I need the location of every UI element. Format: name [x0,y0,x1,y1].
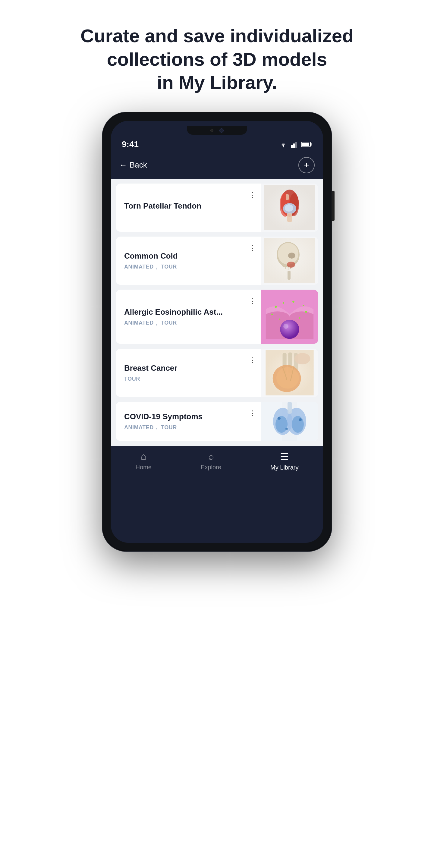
svg-point-50 [278,417,281,420]
card-info: Breast Cancer TOUR [116,349,249,397]
tab-my-library[interactable]: ☰ My Library [270,451,299,471]
svg-point-34 [279,318,280,320]
front-camera-main [219,128,224,133]
svg-point-52 [285,428,288,430]
card-common-cold[interactable]: Common Cold ANIMATED TOUR ⋮ [116,237,318,285]
svg-point-30 [292,301,294,303]
svg-rect-1 [291,145,293,148]
card-menu-button[interactable]: ⋮ [249,184,261,232]
svg-point-24 [287,261,296,268]
svg-point-0 [283,146,284,147]
tag-tour: TOUR [156,264,177,270]
svg-point-51 [299,418,302,421]
svg-point-32 [271,313,273,315]
headline-line1: Curate and save individualized [81,25,353,46]
svg-rect-23 [287,271,290,280]
svg-rect-13 [287,213,292,222]
status-icons [278,141,312,148]
tag-tour: TOUR [156,424,177,431]
card-menu-button[interactable]: ⋮ [249,290,261,344]
tag-tour: TOUR [156,320,177,326]
tab-explore[interactable]: ⌕ Explore [201,451,221,471]
card-title: Allergic Eosinophilic Ast... [124,307,243,317]
svg-rect-19 [284,267,285,270]
card-covid-19[interactable]: COVID-19 Symptoms ANIMATED TOUR ⋮ [116,402,318,441]
plus-icon: + [304,160,309,170]
headline-line3: in My Library. [157,72,277,93]
svg-point-12 [285,204,293,212]
phone-device: 9:41 [102,113,332,551]
svg-rect-3 [296,142,297,148]
tab-home[interactable]: ⌂ Home [135,451,152,471]
card-image-knee [261,184,318,232]
card-info: Common Cold ANIMATED TOUR [116,237,249,285]
svg-rect-20 [286,267,288,270]
card-menu-button[interactable]: ⋮ [249,402,261,441]
card-title: COVID-19 Symptoms [124,412,243,421]
svg-point-18 [288,253,296,258]
front-camera-dot [210,129,213,132]
home-icon: ⌂ [141,451,147,462]
svg-point-31 [303,305,304,306]
svg-point-26 [280,320,299,339]
list-icon: ☰ [280,451,289,462]
search-icon: ⌕ [208,451,214,462]
svg-point-27 [283,324,288,329]
card-info: Torn Patellar Tendon [116,184,249,232]
svg-point-29 [283,302,284,304]
card-image-lungs-pink [261,290,318,344]
svg-point-17 [278,243,299,265]
svg-point-33 [305,311,307,313]
card-image-lungs-blue [261,402,318,441]
svg-rect-2 [293,144,295,148]
card-title: Common Cold [124,251,243,261]
status-bar: 9:41 [111,137,323,152]
nav-bar: ← Back + [111,152,323,179]
card-info: Allergic Eosinophilic Ast... ANIMATED TO… [116,290,249,344]
breast-3d-model [264,350,315,396]
card-tags: ANIMATED TOUR [124,264,243,270]
tab-bar: ⌂ Home ⌕ Explore ☰ My Library [111,446,323,479]
svg-point-35 [299,317,301,318]
knee-3d-model [264,185,315,230]
headline: Curate and save individualized collectio… [20,0,414,113]
tag-animated: ANIMATED [124,424,154,431]
card-title: Torn Patellar Tendon [124,201,243,211]
tab-explore-label: Explore [201,464,221,471]
svg-point-28 [275,306,277,308]
status-time: 9:41 [122,140,138,149]
svg-rect-21 [288,267,290,270]
card-menu-button[interactable]: ⋮ [249,349,261,397]
notch [187,126,247,135]
content-area: Torn Patellar Tendon ⋮ [111,179,323,446]
svg-rect-6 [311,143,312,146]
card-info: COVID-19 Symptoms ANIMATED TOUR [116,402,249,441]
add-button[interactable]: + [299,157,315,173]
tab-my-library-label: My Library [270,464,299,471]
tag-tour: TOUR [124,376,140,382]
card-tags: ANIMATED TOUR [124,320,243,326]
card-allergic-eosinophilic[interactable]: Allergic Eosinophilic Ast... ANIMATED TO… [116,290,318,344]
card-tags: ANIMATED TOUR [124,424,243,431]
phone-frame: 9:41 [102,113,332,551]
back-button[interactable]: ← Back [119,160,147,170]
battery-icon [301,141,312,147]
lungs-blue-3d-model [264,402,315,441]
lungs-pink-3d-model [264,294,315,339]
svg-point-40 [294,353,310,364]
wifi-icon [278,141,288,148]
card-tags: TOUR [124,376,243,382]
card-breast-cancer[interactable]: Breast Cancer TOUR ⋮ [116,349,318,397]
card-menu-button[interactable]: ⋮ [249,237,261,285]
card-image-breast [261,349,318,397]
tag-animated: ANIMATED [124,320,154,326]
card-image-skull [261,237,318,285]
svg-point-42 [276,367,299,389]
svg-rect-14 [286,194,289,200]
phone-screen: 9:41 [111,121,323,543]
svg-point-49 [292,416,304,433]
headline-line2: collections of 3D models [107,49,327,70]
card-title: Breast Cancer [124,364,243,373]
card-torn-patellar-tendon[interactable]: Torn Patellar Tendon ⋮ [116,184,318,232]
back-arrow-icon: ← [119,160,127,170]
